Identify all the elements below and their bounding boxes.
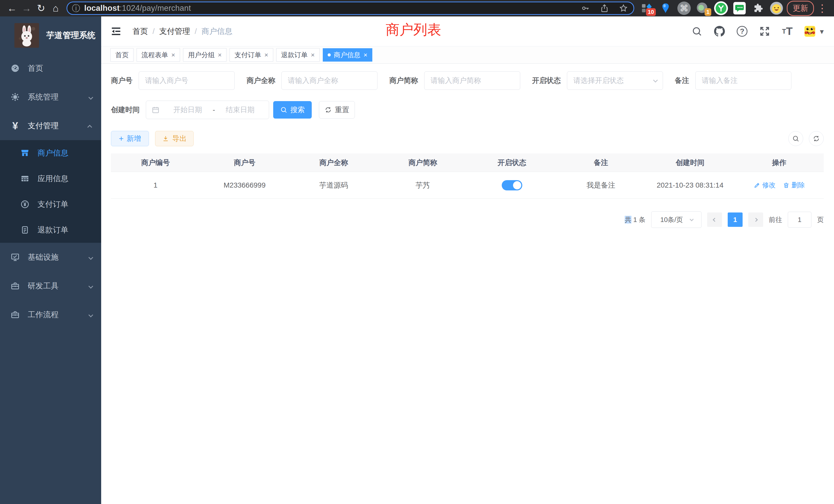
browser-forward-button[interactable]: → — [19, 1, 34, 16]
tags-view: 首页 流程表单× 用户分组× 支付订单× 退款订单× 商户信息× — [101, 46, 834, 64]
breadcrumb-separator: / — [153, 27, 155, 36]
column-header: 操作 — [734, 154, 824, 172]
user-avatar-menu[interactable]: ▾ — [805, 26, 824, 37]
tab-home[interactable]: 首页 — [110, 48, 133, 62]
font-size-icon[interactable]: TT — [782, 26, 793, 37]
status-select[interactable]: 请选择开启状态 — [567, 71, 663, 90]
github-icon[interactable] — [714, 26, 725, 37]
close-icon[interactable]: × — [364, 51, 368, 58]
breadcrumb-current: 商户信息 — [202, 26, 233, 37]
status-toggle-on[interactable] — [502, 180, 522, 190]
extension-recorder-icon[interactable]: 1 — [695, 1, 710, 16]
cell-short-name: 芋艿 — [378, 172, 467, 198]
extensions-row: 10 ⌘ 1 — [640, 1, 784, 16]
delete-link[interactable]: 删除 — [783, 181, 805, 190]
tab-refund-order[interactable]: 退款订单× — [276, 48, 320, 62]
app-title: 芋道管理系统 — [46, 30, 95, 41]
site-info-icon[interactable]: ⓘ — [72, 4, 80, 12]
shop-icon — [19, 148, 31, 158]
close-icon[interactable]: × — [218, 51, 222, 58]
sidebar-item-workflow[interactable]: 工作流程 — [0, 300, 101, 329]
active-tab-dot — [328, 53, 331, 56]
table-row: 1 M233666999 芋道源码 芋艿 我是备注 2021-10-23 08:… — [111, 172, 824, 199]
extension-chat-icon[interactable] — [732, 1, 747, 16]
extension-command-icon[interactable]: ⌘ — [677, 1, 691, 16]
breadcrumb-payment[interactable]: 支付管理 — [159, 26, 190, 37]
edit-link[interactable]: 修改 — [754, 181, 776, 190]
column-header: 商户号 — [200, 154, 289, 172]
next-page-button[interactable] — [748, 212, 763, 227]
password-key-icon[interactable] — [581, 4, 590, 13]
export-button[interactable]: 导出 — [155, 131, 194, 146]
sidebar-item-refund-order[interactable]: 退款订单 — [0, 217, 101, 243]
sidebar-item-payment[interactable]: ¥ 支付管理 — [0, 111, 101, 140]
tab-user-group[interactable]: 用户分组× — [183, 48, 226, 62]
extensions-puzzle-icon[interactable] — [751, 1, 765, 16]
logo-rabbit-image — [14, 23, 39, 48]
close-icon[interactable]: × — [311, 51, 315, 58]
close-icon[interactable]: × — [171, 51, 175, 58]
prev-page-button[interactable] — [707, 212, 722, 227]
share-icon[interactable] — [600, 4, 609, 13]
merchant-shortname-input[interactable] — [424, 71, 520, 90]
dashboard-icon — [9, 64, 21, 73]
chevron-down-icon — [89, 281, 92, 290]
help-icon[interactable]: ? — [737, 26, 747, 37]
page-number-1[interactable]: 1 — [728, 212, 743, 227]
sidebar-item-label: 研发工具 — [28, 281, 59, 291]
yen-circle-icon — [19, 200, 31, 209]
profile-emoji-avatar[interactable] — [769, 1, 784, 16]
sidebar-item-dev-tools[interactable]: 研发工具 — [0, 272, 101, 300]
sidebar-item-pay-order[interactable]: 支付订单 — [0, 191, 101, 217]
end-date-placeholder: 结束日期 — [217, 105, 264, 115]
chevron-down-icon — [89, 253, 92, 261]
sidebar-item-label: 商户信息 — [38, 148, 68, 158]
refresh-icon[interactable] — [809, 131, 824, 146]
pagination: 共 1 条 10条/页 1 前往 页 — [111, 211, 824, 228]
search-button[interactable]: 搜索 — [273, 101, 312, 118]
merchant-no-input[interactable] — [139, 71, 235, 90]
toggle-search-icon[interactable] — [788, 131, 803, 146]
tab-process-form[interactable]: 流程表单× — [137, 48, 180, 62]
page-size-select[interactable]: 10条/页 — [651, 211, 702, 228]
sidebar-item-label: 应用信息 — [38, 174, 68, 184]
merchant-fullname-input[interactable] — [281, 71, 377, 90]
browser-update-button[interactable]: 更新 — [787, 1, 814, 16]
sidebar-item-app-info[interactable]: 应用信息 — [0, 166, 101, 191]
field-label: 创建时间 — [111, 105, 140, 115]
tab-pay-order[interactable]: 支付订单× — [229, 48, 273, 62]
goto-page-input[interactable] — [788, 212, 811, 228]
payment-submenu: 商户信息 应用信息 支付订单 — [0, 140, 101, 243]
browser-home-button[interactable]: ⌂ — [48, 1, 63, 16]
extension-gem-icon[interactable] — [658, 1, 673, 16]
add-button[interactable]: + 新增 — [111, 131, 149, 146]
sidebar: 芋道管理系统 首页 系统管理 ¥ 支付管理 — [0, 17, 101, 504]
sidebar-item-system[interactable]: 系统管理 — [0, 83, 101, 111]
sidebar-item-home[interactable]: 首页 — [0, 54, 101, 83]
sidebar-logo[interactable]: 芋道管理系统 — [0, 17, 101, 54]
sidebar-fold-icon[interactable] — [110, 26, 122, 37]
caret-down-icon: ▾ — [820, 27, 824, 36]
address-bar[interactable]: ⓘ localhost:1024/pay/merchant — [66, 2, 634, 15]
search-icon[interactable] — [692, 26, 702, 37]
browser-reload-button[interactable]: ↻ — [34, 1, 48, 16]
sidebar-item-merchant-info[interactable]: 商户信息 — [0, 140, 101, 166]
browser-menu-icon[interactable]: ⋮ — [814, 2, 830, 14]
sidebar-item-infrastructure[interactable]: 基础设施 — [0, 243, 101, 272]
breadcrumb-separator: / — [195, 27, 197, 36]
breadcrumb-home[interactable]: 首页 — [132, 26, 148, 37]
chevron-down-icon — [89, 93, 92, 101]
extension-grid-icon[interactable]: 10 — [640, 1, 654, 16]
field-label: 备注 — [675, 76, 689, 86]
merchant-page: 商户号 商户全称 商户简称 开启状态 请选择开启状态 — [101, 64, 834, 504]
column-header: 商户简称 — [378, 154, 467, 172]
close-icon[interactable]: × — [264, 51, 268, 58]
extension-y-icon[interactable] — [714, 1, 728, 16]
create-time-range-picker[interactable]: 开始日期 - 结束日期 — [146, 100, 269, 119]
tab-merchant-info[interactable]: 商户信息× — [323, 48, 372, 62]
browser-back-button[interactable]: ← — [5, 1, 19, 16]
reset-button[interactable]: 重置 — [319, 101, 355, 118]
bookmark-star-icon[interactable] — [619, 4, 628, 13]
remark-input[interactable] — [695, 71, 791, 90]
fullscreen-icon[interactable] — [759, 26, 770, 37]
